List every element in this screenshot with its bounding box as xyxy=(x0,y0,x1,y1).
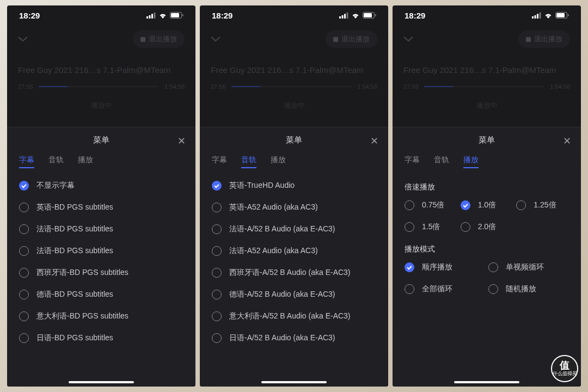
tab-subtitle[interactable]: 字幕 xyxy=(19,155,34,168)
svg-rect-0 xyxy=(146,16,148,19)
option-item[interactable]: 法语-BD PGS subtitles xyxy=(19,218,183,240)
option-item[interactable]: 日语-BD PGS subtitles xyxy=(19,327,183,349)
chevron-down-icon[interactable] xyxy=(403,34,413,44)
option-label: 德语-A/52 B Audio (aka E-AC3) xyxy=(229,290,335,299)
option-item[interactable]: 1.0倍 xyxy=(461,195,513,215)
option-label: 西班牙语-A/52 B Audio (aka E-AC3) xyxy=(229,268,351,278)
tabs: 字幕 音轨 播放 xyxy=(7,151,195,175)
option-item[interactable]: 英语-TrueHD Audio xyxy=(212,175,376,197)
tab-playback[interactable]: 播放 xyxy=(271,155,286,168)
option-label: 1.5倍 xyxy=(422,222,440,232)
option-item[interactable]: 2.0倍 xyxy=(461,217,513,237)
option-label: 意大利语-BD PGS subtitles xyxy=(36,311,128,321)
option-label: 2.0倍 xyxy=(478,222,496,232)
option-item[interactable]: 法语-A/52 B Audio (aka E-AC3) xyxy=(212,218,376,240)
signal-icon xyxy=(146,11,156,20)
option-item[interactable]: 法语-BD PGS subtitles xyxy=(19,240,183,262)
video-title: Free Guy 2021 216…s 7.1-Palm@MTeam xyxy=(393,56,581,81)
option-item[interactable]: 1.25倍 xyxy=(516,195,569,215)
menu-sheet: 菜单 ✕ 字幕 音轨 播放 倍速播放0.75倍1.0倍1.25倍1.5倍2.0倍… xyxy=(393,127,581,387)
svg-rect-16 xyxy=(537,14,538,19)
option-item[interactable]: 德语-A/52 B Audio (aka E-AC3) xyxy=(212,284,376,305)
tab-playback[interactable]: 播放 xyxy=(78,155,93,168)
option-label: 不显示字幕 xyxy=(36,181,75,191)
option-label: 法语-BD PGS subtitles xyxy=(36,224,113,234)
close-icon[interactable]: ✕ xyxy=(370,135,378,147)
close-icon[interactable]: ✕ xyxy=(563,135,571,147)
option-item[interactable]: 不显示字幕 xyxy=(19,175,183,197)
option-label: 意大利语-A/52 B Audio (aka E-AC3) xyxy=(229,311,351,321)
menu-header: 菜单 ✕ xyxy=(7,127,195,151)
option-label: 随机播放 xyxy=(506,284,536,294)
menu-title: 菜单 xyxy=(286,135,302,144)
option-item[interactable]: 法语-A52 Audio (aka AC3) xyxy=(212,240,376,262)
progress-bar[interactable] xyxy=(231,86,352,87)
progress-bar[interactable] xyxy=(424,86,545,87)
wifi-icon xyxy=(351,11,360,20)
home-indicator[interactable] xyxy=(261,381,327,383)
svg-rect-13 xyxy=(375,14,376,16)
option-label: 1.25倍 xyxy=(534,200,556,210)
svg-rect-9 xyxy=(344,14,346,19)
svg-rect-19 xyxy=(556,13,565,17)
option-item[interactable]: 单视频循环 xyxy=(488,258,569,277)
status-bar: 18:29 xyxy=(7,5,195,25)
option-item[interactable]: 英语-A52 Audio (aka AC3) xyxy=(212,197,376,218)
option-item[interactable]: 意大利语-A/52 B Audio (aka E-AC3) xyxy=(212,305,376,327)
svg-rect-14 xyxy=(532,16,534,19)
home-indicator[interactable] xyxy=(454,381,519,383)
home-indicator[interactable] xyxy=(69,381,134,383)
option-grid: 0.75倍1.0倍1.25倍1.5倍2.0倍 xyxy=(405,195,569,237)
progress-bar[interactable] xyxy=(39,86,160,87)
tab-audio[interactable]: 音轨 xyxy=(48,155,64,168)
radio-checked-icon xyxy=(212,181,222,191)
radio-unchecked-icon xyxy=(488,284,498,294)
option-item[interactable]: 顺序播放 xyxy=(405,258,485,277)
total-time: 1:54:58 xyxy=(550,83,570,90)
chevron-down-icon[interactable] xyxy=(211,34,220,44)
wifi-icon xyxy=(158,11,167,20)
total-time: 1:54:58 xyxy=(357,83,377,90)
battery-icon xyxy=(170,11,183,20)
close-icon[interactable]: ✕ xyxy=(177,135,186,147)
option-item[interactable]: 德语-BD PGS subtitles xyxy=(19,284,183,305)
option-item[interactable]: 1.5倍 xyxy=(405,217,457,237)
option-grid: 顺序播放单视频循环全部循环随机播放 xyxy=(405,258,569,299)
status-bar: 18:29 xyxy=(200,5,388,25)
svg-rect-5 xyxy=(171,13,179,17)
tab-playback[interactable]: 播放 xyxy=(463,155,479,168)
exit-playback-button[interactable]: 退出播放 xyxy=(518,30,570,48)
stop-icon xyxy=(333,37,338,42)
radio-unchecked-icon xyxy=(19,333,29,343)
radio-checked-icon xyxy=(405,262,414,272)
video-title: Free Guy 2021 216…s 7.1-Palm@MTeam xyxy=(7,56,195,81)
option-item[interactable]: 英语-BD PGS subtitles xyxy=(19,197,183,218)
tab-subtitle[interactable]: 字幕 xyxy=(212,155,227,168)
tab-subtitle[interactable]: 字幕 xyxy=(405,155,420,168)
option-label: 英语-A52 Audio (aka AC3) xyxy=(229,203,318,212)
option-label: 日语-A/52 B Audio (aka E-AC3) xyxy=(229,333,335,343)
radio-unchecked-icon xyxy=(19,311,29,321)
tabs: 字幕 音轨 播放 xyxy=(393,151,581,175)
tab-audio[interactable]: 音轨 xyxy=(241,155,256,168)
option-item[interactable]: 全部循环 xyxy=(405,279,485,299)
option-label: 单视频循环 xyxy=(506,262,544,272)
option-item[interactable]: 0.75倍 xyxy=(405,195,457,215)
option-item[interactable]: 日语-A/52 B Audio (aka E-AC3) xyxy=(212,327,376,349)
option-item[interactable]: 随机播放 xyxy=(488,279,569,299)
option-item[interactable]: 西班牙语-BD PGS subtitles xyxy=(19,262,183,284)
option-item[interactable]: 西班牙语-A/52 B Audio (aka E-AC3) xyxy=(212,262,376,284)
exit-playback-button[interactable]: 退出播放 xyxy=(133,30,185,48)
tab-audio[interactable]: 音轨 xyxy=(434,155,449,168)
current-time: 27:59 xyxy=(403,83,419,90)
option-item[interactable]: 意大利语-BD PGS subtitles xyxy=(19,305,183,327)
chevron-down-icon[interactable] xyxy=(18,34,28,44)
status-icons xyxy=(339,11,376,20)
clock: 18:29 xyxy=(19,11,40,20)
option-label: 英语-TrueHD Audio xyxy=(229,181,295,191)
section-title: 播放模式 xyxy=(405,237,569,258)
option-label: 西班牙语-BD PGS subtitles xyxy=(36,268,128,278)
exit-playback-button[interactable]: 退出播放 xyxy=(326,30,377,48)
svg-rect-10 xyxy=(347,13,348,19)
radio-unchecked-icon xyxy=(212,311,222,321)
